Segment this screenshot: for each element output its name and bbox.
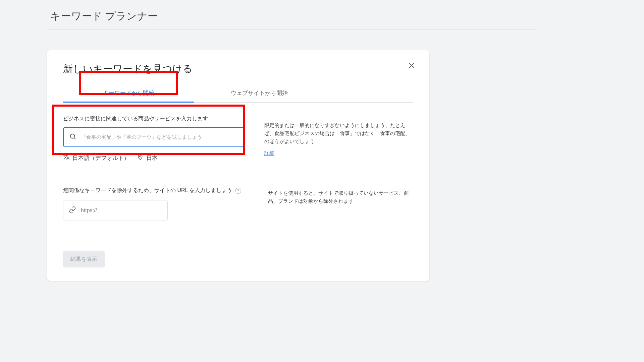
keyword-section: ビジネスに密接に関連している商品やサービスを入力します 日本語（デフォルト） (63, 115, 413, 162)
tab-label: キーワードから開始 (103, 90, 154, 96)
translate-icon (63, 154, 70, 162)
url-section: 無関係なキーワードを除外するため、サイトの URL を入力しましょう ? サイト… (63, 186, 413, 221)
location-label: 日本 (146, 154, 158, 162)
url-input-label: 無関係なキーワードを除外するため、サイトの URL を入力しましょう (63, 187, 232, 193)
keyword-input[interactable] (81, 134, 238, 140)
url-help-text: サイトを使用すると、サイトで取り扱っていないサービス、商品、ブランドは対象から除… (268, 189, 413, 205)
location-icon (137, 154, 144, 162)
tab-start-with-website[interactable]: ウェブサイトから開始 (194, 84, 325, 102)
tab-label: ウェブサイトから開始 (231, 90, 288, 96)
modal-card: 新しいキーワードを見つける キーワードから開始 ウェブサイトから開始 ビジネスに… (47, 50, 429, 281)
tab-start-with-keywords[interactable]: キーワードから開始 (63, 84, 194, 102)
language-location-row: 日本語（デフォルト） 日本 (63, 154, 244, 162)
link-icon (69, 206, 76, 215)
tab-bar: キーワードから開始 ウェブサイトから開始 (63, 84, 413, 103)
url-input[interactable] (81, 207, 162, 214)
svg-line-3 (74, 138, 76, 139)
svg-point-4 (140, 156, 141, 157)
language-label: 日本語（デフォルト） (72, 154, 129, 162)
svg-point-2 (70, 134, 75, 138)
page-header: キーワード プランナー (47, 0, 537, 29)
show-results-label: 結果を表示 (70, 256, 97, 262)
keyword-help-text: 限定的または一般的になりすぎないようにしましょう。たとえば、食品宅配ビジネスの場… (264, 121, 413, 145)
modal-title: 新しいキーワードを見つける (63, 62, 413, 76)
keyword-input-container[interactable] (63, 127, 244, 147)
show-results-button[interactable]: 結果を表示 (63, 251, 105, 267)
language-selector[interactable]: 日本語（デフォルト） (63, 154, 129, 162)
details-link[interactable]: 詳細 (264, 150, 274, 157)
help-icon[interactable]: ? (235, 188, 241, 194)
url-input-container[interactable] (63, 200, 168, 221)
keyword-input-label: ビジネスに密接に関連している商品やサービスを入力します (63, 115, 244, 122)
close-button[interactable] (407, 61, 416, 71)
close-icon (407, 65, 416, 71)
location-selector[interactable]: 日本 (137, 154, 158, 162)
search-icon (69, 133, 76, 141)
page-title: キーワード プランナー (50, 9, 533, 23)
